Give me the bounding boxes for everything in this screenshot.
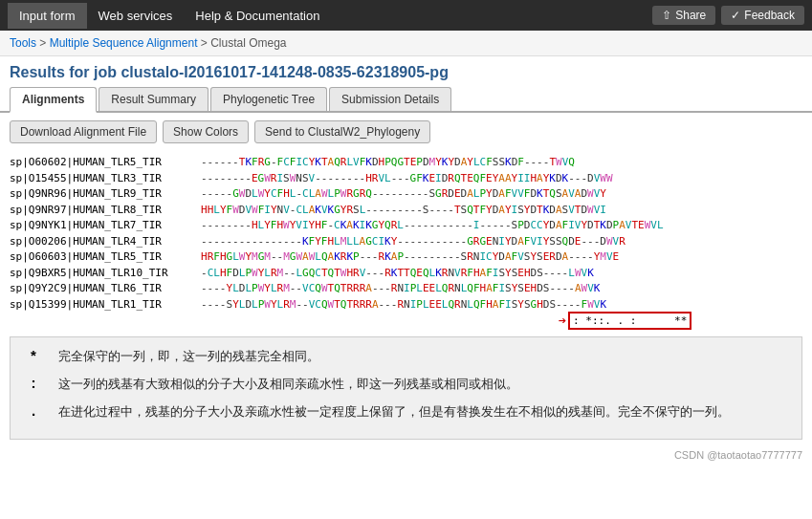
sequence-row-1: sp|O60602|HUMAN_TLR5_TIR ------TKFRG-FCF… (10, 155, 802, 171)
legend-symbol-1: * (24, 347, 43, 363)
tab-result-summary[interactable]: Result Summary (99, 87, 208, 111)
tab-submission-details[interactable]: Submission Details (329, 87, 451, 111)
feedback-button[interactable]: ✓ Feedback (721, 6, 804, 25)
sequence-row-3: sp|Q9NR96|HUMAN_TLR9_TIR -----GWDLWYCFHL… (10, 186, 802, 203)
tab-alignments[interactable]: Alignments (10, 87, 97, 113)
breadcrumb: Tools > Multiple Sequence Alignment > Cl… (0, 31, 812, 56)
conservation-indicator: ➔ : *::. . : ** (568, 314, 691, 327)
legend-text-2: 这一列的残基有大致相似的分子大小及相同亲疏水性，即这一列残基或相同或相似。 (58, 375, 518, 395)
send-to-clustalw2-button[interactable]: Send to ClustalW2_Phylogeny (254, 120, 430, 143)
nav-web-services[interactable]: Web services (87, 3, 185, 29)
share-button[interactable]: ⇧ Share (652, 6, 715, 25)
feedback-icon: ✓ (731, 9, 740, 22)
top-navigation: Input form Web services Help & Documenta… (0, 0, 812, 31)
sequence-row-4: sp|Q9NR97|HUMAN_TLR8_TIR HHLYFWDVWFIYNV-… (10, 203, 802, 219)
sequence-row-10: sp|Q15399|HUMAN_TLR1_TIR ----SYLDLPWYLRM… (10, 297, 802, 314)
legend-text-3: 在进化过程中，残基的分子大小及亲疏水性被一定程度上保留了，但是有替换发生在不相似… (58, 402, 730, 422)
sequence-row-7: sp|O60603|HUMAN_TLR5_TIR HRFHGLWYMGM--MG… (10, 249, 802, 266)
legend-row-3: . 在进化过程中，残基的分子大小及亲疏水性被一定程度上保留了，但是有替换发生在不… (24, 402, 788, 422)
sequence-row-6: sp|O00206|HUMAN_TLR4_TIR ---------------… (10, 234, 802, 250)
legend-symbol-3: . (24, 402, 43, 419)
legend-row-2: : 这一列的残基有大致相似的分子大小及相同亲疏水性，即这一列残基或相同或相似。 (24, 375, 788, 395)
sequence-row-9: sp|Q9Y2C9|HUMAN_TLR6_TIR ----YLDLPWYLRM-… (10, 281, 802, 297)
watermark: CSDN @taotaotao7777777 (0, 445, 812, 465)
download-alignment-button[interactable]: Download Alignment File (10, 120, 157, 143)
sequence-row-2: sp|O15455|HUMAN_TLR3_TIR --------EGWRISW… (10, 171, 802, 187)
page-title: Results for job clustalo-I20161017-14124… (0, 56, 812, 85)
legend-area: * 完全保守的一列，即，这一列的残基完全相同。 : 这一列的残基有大致相似的分子… (10, 336, 802, 440)
share-icon: ⇧ (662, 9, 671, 22)
breadcrumb-tools[interactable]: Tools (10, 36, 36, 50)
nav-input-form[interactable]: Input form (8, 3, 87, 29)
legend-symbol-2: : (24, 375, 43, 391)
nav-help-documentation[interactable]: Help & Documentation (184, 3, 331, 29)
sequence-row-8: sp|Q9BXR5|HUMAN_TLR10_TIR -CLHFDLPWYLRM-… (10, 266, 802, 282)
legend-text-1: 完全保守的一列，即，这一列的残基完全相同。 (58, 347, 319, 367)
tab-bar: Alignments Result Summary Phylogenetic T… (0, 85, 812, 113)
show-colors-button[interactable]: Show Colors (163, 120, 249, 143)
legend-row-1: * 完全保守的一列，即，这一列的残基完全相同。 (24, 347, 788, 367)
breadcrumb-msa[interactable]: Multiple Sequence Alignment (50, 36, 198, 50)
sequence-row-5: sp|Q9NYK1|HUMAN_TLR7_TIR --------HLYFHWY… (10, 218, 802, 234)
tab-phylogenetic-tree[interactable]: Phylogenetic Tree (210, 87, 327, 111)
action-buttons-row: Download Alignment File Show Colors Send… (0, 113, 812, 151)
top-right-actions: ⇧ Share ✓ Feedback (652, 6, 804, 25)
conservation-row: ➔ : *::. . : ** (201, 314, 802, 327)
alignment-area: sp|O60602|HUMAN_TLR5_TIR ------TKFRG-FCF… (0, 151, 812, 331)
arrow-icon: ➔ (559, 313, 566, 328)
breadcrumb-current: Clustal Omega (210, 36, 286, 50)
